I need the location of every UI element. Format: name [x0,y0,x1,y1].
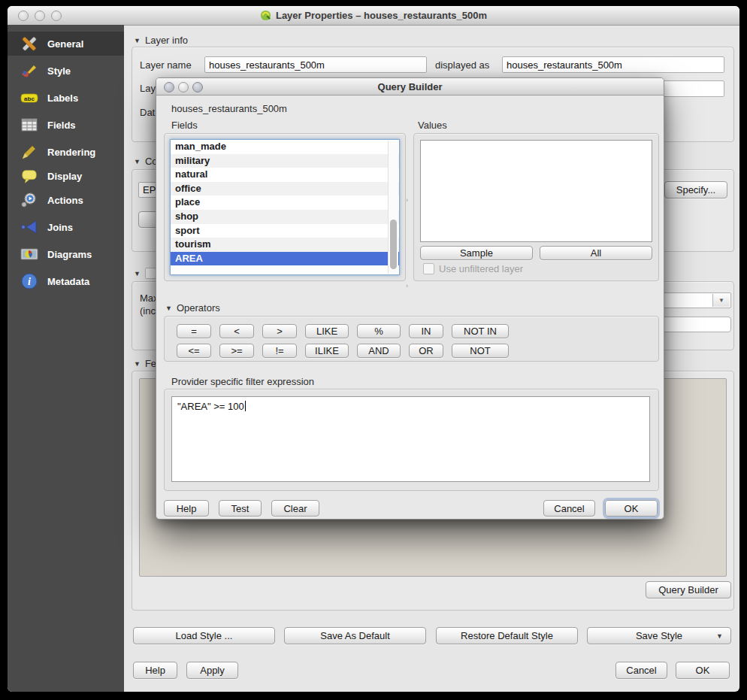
operator-or-button[interactable]: OR [409,344,443,358]
splitter-handle-icon[interactable]: › [406,197,412,203]
feature-subset-section-header[interactable]: ▼ Fe [134,358,156,369]
window-controls[interactable] [18,11,62,21]
layer-info-section-label: Layer info [145,35,188,46]
sidebar-item-label: Diagrams [47,249,92,260]
list-item[interactable]: tourism [171,238,399,252]
list-item[interactable]: office [171,182,399,196]
all-button[interactable]: All [540,246,652,260]
query-builder-button[interactable]: Query Builder [646,581,731,598]
help-button[interactable]: Help [133,662,177,679]
filter-expression-input[interactable]: "AREA" >= 100 [171,396,650,482]
sidebar-item-label: Fields [47,120,76,131]
qb-test-button[interactable]: Test [219,500,262,517]
text-cursor [245,401,246,411]
filter-groupbox: "AREA" >= 100 [164,389,659,491]
list-item[interactable]: place [171,195,399,210]
operators-section-header[interactable]: ▼ Operators [165,302,220,314]
scrollbar-thumb[interactable] [390,220,397,269]
sidebar-item-metadata[interactable]: i Metadata [8,269,124,293]
displayed-as-input[interactable] [502,56,724,73]
list-item[interactable]: military [171,154,399,168]
disclosure-triangle-icon: ▼ [134,360,141,368]
query-builder-dialog: Query Builder houses_restaurants_500m Fi… [156,77,664,520]
fields-list[interactable]: man_made military natural office place s… [170,139,400,275]
operator-like-button[interactable]: LIKE [305,324,349,338]
paintbrush-icon [20,61,39,80]
values-label: Values [418,120,447,131]
operator-lt-button[interactable]: < [219,324,254,338]
operator-in-button[interactable]: IN [409,324,443,338]
list-item[interactable]: shop [171,210,399,224]
scale-visibility-checkbox[interactable] [145,268,156,279]
svg-text:i: i [28,276,31,287]
dialog-window-controls[interactable] [164,82,203,92]
use-unfiltered-label: Use unfiltered layer [439,263,523,274]
sidebar-item-diagrams[interactable]: Diagrams [8,242,124,266]
list-item[interactable]: man_made [171,140,399,154]
crs-section-header[interactable]: ▼ Co [134,156,158,167]
splitter-handle-icon[interactable]: › [406,283,412,289]
dialog-title: Query Builder [378,81,443,92]
sample-button[interactable]: Sample [420,246,533,260]
sidebar-item-labels[interactable]: abc Labels [8,86,124,110]
restore-default-style-button[interactable]: Restore Default Style [436,627,578,644]
join-arrow-icon [20,217,39,237]
sidebar-item-label: Joins [47,222,73,233]
sidebar-item-fields[interactable]: Fields [8,113,124,137]
minimize-window-icon[interactable] [35,11,45,21]
operator-ne-button[interactable]: != [262,344,297,358]
ok-button[interactable]: OK [676,662,730,679]
sidebar: General Style abc Labels [8,25,124,692]
qb-ok-button[interactable]: OK [605,500,658,517]
operator-ilike-button[interactable]: ILIKE [305,344,349,358]
cancel-button[interactable]: Cancel [615,662,667,679]
sidebar-item-general[interactable]: General [8,32,124,56]
operator-percent-button[interactable]: % [357,324,401,338]
fields-scrollbar[interactable] [388,141,398,274]
load-style-button[interactable]: Load Style ... [133,627,275,644]
table-icon [20,115,39,135]
sidebar-item-joins[interactable]: Joins [8,215,124,239]
zoom-window-icon[interactable] [51,11,62,21]
fields-label: Fields [171,120,198,131]
specify-crs-button[interactable]: Specify... [664,181,727,198]
layer-info-section-header[interactable]: ▼ Layer info [134,35,188,46]
sidebar-item-actions[interactable]: Actions [8,188,124,212]
window-title: Layer Properties – houses_restaurants_50… [260,10,487,21]
chevron-down-icon: ▼ [716,632,723,640]
sidebar-item-display[interactable]: Display [8,164,124,188]
close-dialog-icon[interactable] [164,82,174,92]
operator-not-in-button[interactable]: NOT IN [452,324,509,338]
minimize-dialog-icon[interactable] [178,82,189,92]
values-list[interactable] [420,140,652,242]
operator-le-button[interactable]: <= [177,344,211,358]
operator-and-button[interactable]: AND [357,344,401,358]
operator-not-button[interactable]: NOT [452,344,509,358]
list-item-selected[interactable]: AREA [171,252,399,266]
svg-text:abc: abc [24,95,35,102]
list-item[interactable]: natural [171,168,399,182]
apply-button[interactable]: Apply [186,662,238,679]
qb-cancel-button[interactable]: Cancel [543,500,595,517]
operator-ge-button[interactable]: >= [219,344,254,358]
sidebar-item-rendering[interactable]: Rendering [8,140,124,164]
list-item[interactable]: sport [171,224,399,238]
zoom-dialog-icon[interactable] [192,82,203,92]
qb-help-button[interactable]: Help [164,500,209,517]
operators-section-label: Operators [177,302,220,314]
scale-section-header[interactable]: ▼ [134,268,156,279]
qb-clear-button[interactable]: Clear [271,500,319,517]
operator-eq-button[interactable]: = [177,324,211,338]
save-as-default-button[interactable]: Save As Default [284,627,426,644]
operator-gt-button[interactable]: > [262,324,297,338]
use-unfiltered-checkbox[interactable] [423,263,434,274]
info-icon: i [20,271,39,291]
brush-icon [20,142,39,162]
filter-expression-label: Provider specific filter expression [171,376,314,387]
sidebar-item-style[interactable]: Style [8,59,124,83]
layer-name-input[interactable] [204,56,427,73]
sidebar-item-label: General [47,38,83,50]
sidebar-item-label: Labels [47,92,78,104]
close-window-icon[interactable] [18,11,29,21]
save-style-button[interactable]: Save Style ▼ [587,627,731,644]
